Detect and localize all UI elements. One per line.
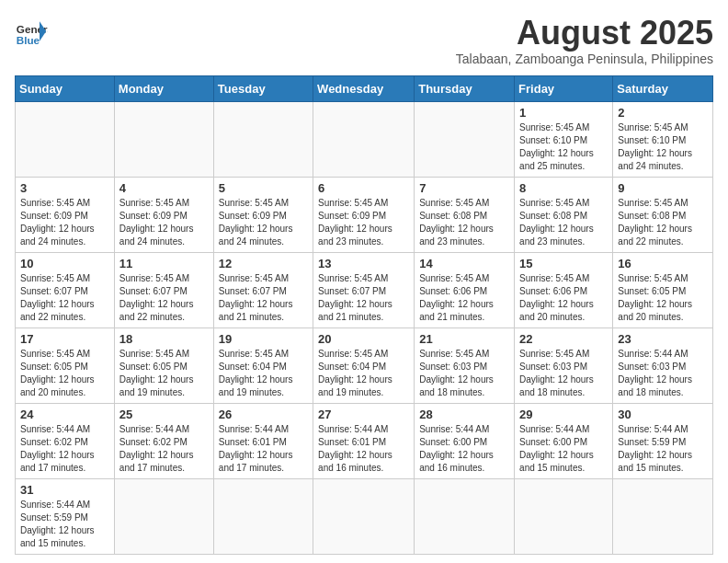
calendar-cell: 1Sunrise: 5:45 AM Sunset: 6:10 PM Daylig…	[515, 101, 613, 177]
day-number: 7	[419, 181, 509, 195]
location-subtitle: Talabaan, Zamboanga Peninsula, Philippin…	[456, 52, 713, 66]
day-number: 10	[20, 257, 109, 270]
calendar-cell: 29Sunrise: 5:44 AM Sunset: 6:00 PM Dayli…	[515, 403, 613, 478]
weekday-header-saturday: Saturday	[613, 75, 713, 101]
calendar-cell	[213, 478, 313, 554]
calendar-cell: 6Sunrise: 5:45 AM Sunset: 6:09 PM Daylig…	[313, 177, 415, 252]
day-number: 30	[618, 408, 708, 421]
day-info: Sunrise: 5:44 AM Sunset: 5:59 PM Dayligh…	[618, 423, 708, 475]
logo: General Blue	[15, 15, 48, 48]
day-info: Sunrise: 5:45 AM Sunset: 6:08 PM Dayligh…	[419, 197, 509, 248]
day-info: Sunrise: 5:44 AM Sunset: 6:00 PM Dayligh…	[419, 423, 509, 475]
day-info: Sunrise: 5:45 AM Sunset: 6:07 PM Dayligh…	[20, 272, 109, 324]
calendar-cell: 12Sunrise: 5:45 AM Sunset: 6:07 PM Dayli…	[213, 252, 313, 327]
calendar-cell	[415, 478, 515, 554]
day-number: 9	[618, 181, 708, 195]
day-info: Sunrise: 5:45 AM Sunset: 6:09 PM Dayligh…	[318, 197, 409, 248]
weekday-header-tuesday: Tuesday	[213, 75, 313, 101]
day-number: 6	[318, 181, 409, 195]
calendar-cell: 2Sunrise: 5:45 AM Sunset: 6:10 PM Daylig…	[613, 101, 713, 177]
day-info: Sunrise: 5:45 AM Sunset: 6:03 PM Dayligh…	[519, 348, 608, 399]
calendar-cell: 3Sunrise: 5:45 AM Sunset: 6:09 PM Daylig…	[16, 177, 115, 252]
day-info: Sunrise: 5:45 AM Sunset: 6:04 PM Dayligh…	[318, 348, 409, 399]
day-number: 19	[219, 332, 308, 346]
calendar-cell	[114, 478, 213, 554]
calendar-table: SundayMondayTuesdayWednesdayThursdayFrid…	[15, 75, 713, 555]
calendar-cell: 30Sunrise: 5:44 AM Sunset: 5:59 PM Dayli…	[613, 403, 713, 478]
day-number: 26	[219, 408, 308, 421]
day-info: Sunrise: 5:45 AM Sunset: 6:10 PM Dayligh…	[618, 121, 708, 173]
day-info: Sunrise: 5:45 AM Sunset: 6:07 PM Dayligh…	[318, 272, 409, 324]
day-info: Sunrise: 5:45 AM Sunset: 6:09 PM Dayligh…	[219, 197, 308, 248]
weekday-header-thursday: Thursday	[415, 75, 515, 101]
day-number: 27	[318, 408, 409, 421]
logo-icon: General Blue	[15, 15, 48, 48]
day-info: Sunrise: 5:45 AM Sunset: 6:07 PM Dayligh…	[119, 272, 209, 324]
calendar-cell	[415, 101, 515, 177]
day-info: Sunrise: 5:45 AM Sunset: 6:06 PM Dayligh…	[519, 272, 608, 324]
calendar-cell: 8Sunrise: 5:45 AM Sunset: 6:08 PM Daylig…	[515, 177, 613, 252]
calendar-cell	[313, 101, 415, 177]
day-info: Sunrise: 5:44 AM Sunset: 6:03 PM Dayligh…	[618, 348, 708, 399]
calendar-cell: 13Sunrise: 5:45 AM Sunset: 6:07 PM Dayli…	[313, 252, 415, 327]
day-info: Sunrise: 5:45 AM Sunset: 6:06 PM Dayligh…	[419, 272, 509, 324]
day-info: Sunrise: 5:45 AM Sunset: 6:05 PM Dayligh…	[618, 272, 708, 324]
day-number: 17	[20, 332, 109, 346]
calendar-cell: 24Sunrise: 5:44 AM Sunset: 6:02 PM Dayli…	[16, 403, 115, 478]
calendar-cell: 15Sunrise: 5:45 AM Sunset: 6:06 PM Dayli…	[515, 252, 613, 327]
calendar-cell	[313, 478, 415, 554]
calendar-week-row: 31Sunrise: 5:44 AM Sunset: 5:59 PM Dayli…	[16, 478, 713, 554]
calendar-cell: 4Sunrise: 5:45 AM Sunset: 6:09 PM Daylig…	[114, 177, 213, 252]
calendar-week-row: 24Sunrise: 5:44 AM Sunset: 6:02 PM Dayli…	[16, 403, 713, 478]
day-number: 22	[519, 332, 608, 346]
day-info: Sunrise: 5:45 AM Sunset: 6:09 PM Dayligh…	[20, 197, 109, 248]
day-number: 16	[618, 257, 708, 270]
calendar-week-row: 1Sunrise: 5:45 AM Sunset: 6:10 PM Daylig…	[16, 101, 713, 177]
calendar-cell: 17Sunrise: 5:45 AM Sunset: 6:05 PM Dayli…	[16, 327, 115, 403]
day-info: Sunrise: 5:45 AM Sunset: 6:03 PM Dayligh…	[419, 348, 509, 399]
day-info: Sunrise: 5:45 AM Sunset: 6:08 PM Dayligh…	[519, 197, 608, 248]
day-info: Sunrise: 5:45 AM Sunset: 6:10 PM Dayligh…	[519, 121, 608, 173]
day-number: 14	[419, 257, 509, 270]
day-number: 21	[419, 332, 509, 346]
calendar-cell: 28Sunrise: 5:44 AM Sunset: 6:00 PM Dayli…	[415, 403, 515, 478]
day-number: 23	[618, 332, 708, 346]
day-info: Sunrise: 5:45 AM Sunset: 6:07 PM Dayligh…	[219, 272, 308, 324]
day-number: 31	[20, 483, 109, 497]
day-number: 20	[318, 332, 409, 346]
calendar-week-row: 17Sunrise: 5:45 AM Sunset: 6:05 PM Dayli…	[16, 327, 713, 403]
svg-text:Blue: Blue	[17, 34, 40, 46]
day-number: 13	[318, 257, 409, 270]
weekday-header-row: SundayMondayTuesdayWednesdayThursdayFrid…	[16, 75, 713, 101]
day-info: Sunrise: 5:45 AM Sunset: 6:05 PM Dayligh…	[119, 348, 209, 399]
title-area: August 2025 Talabaan, Zamboanga Peninsul…	[456, 15, 713, 66]
day-info: Sunrise: 5:45 AM Sunset: 6:08 PM Dayligh…	[618, 197, 708, 248]
calendar-week-row: 10Sunrise: 5:45 AM Sunset: 6:07 PM Dayli…	[16, 252, 713, 327]
month-year-title: August 2025	[456, 15, 713, 52]
day-info: Sunrise: 5:44 AM Sunset: 6:02 PM Dayligh…	[119, 423, 209, 475]
day-number: 5	[219, 181, 308, 195]
calendar-week-row: 3Sunrise: 5:45 AM Sunset: 6:09 PM Daylig…	[16, 177, 713, 252]
calendar-cell: 16Sunrise: 5:45 AM Sunset: 6:05 PM Dayli…	[613, 252, 713, 327]
day-info: Sunrise: 5:44 AM Sunset: 5:59 PM Dayligh…	[20, 499, 109, 550]
day-info: Sunrise: 5:45 AM Sunset: 6:09 PM Dayligh…	[119, 197, 209, 248]
calendar-cell: 10Sunrise: 5:45 AM Sunset: 6:07 PM Dayli…	[16, 252, 115, 327]
calendar-cell	[114, 101, 213, 177]
weekday-header-monday: Monday	[114, 75, 213, 101]
calendar-cell: 19Sunrise: 5:45 AM Sunset: 6:04 PM Dayli…	[213, 327, 313, 403]
day-info: Sunrise: 5:44 AM Sunset: 6:02 PM Dayligh…	[20, 423, 109, 475]
calendar-cell: 21Sunrise: 5:45 AM Sunset: 6:03 PM Dayli…	[415, 327, 515, 403]
day-info: Sunrise: 5:45 AM Sunset: 6:04 PM Dayligh…	[219, 348, 308, 399]
calendar-cell: 18Sunrise: 5:45 AM Sunset: 6:05 PM Dayli…	[114, 327, 213, 403]
calendar-cell: 11Sunrise: 5:45 AM Sunset: 6:07 PM Dayli…	[114, 252, 213, 327]
calendar-cell	[213, 101, 313, 177]
calendar-cell	[16, 101, 115, 177]
calendar-cell: 23Sunrise: 5:44 AM Sunset: 6:03 PM Dayli…	[613, 327, 713, 403]
calendar-cell	[613, 478, 713, 554]
calendar-cell: 22Sunrise: 5:45 AM Sunset: 6:03 PM Dayli…	[515, 327, 613, 403]
weekday-header-friday: Friday	[515, 75, 613, 101]
day-number: 12	[219, 257, 308, 270]
day-number: 29	[519, 408, 608, 421]
day-number: 11	[119, 257, 209, 270]
day-info: Sunrise: 5:45 AM Sunset: 6:05 PM Dayligh…	[20, 348, 109, 399]
